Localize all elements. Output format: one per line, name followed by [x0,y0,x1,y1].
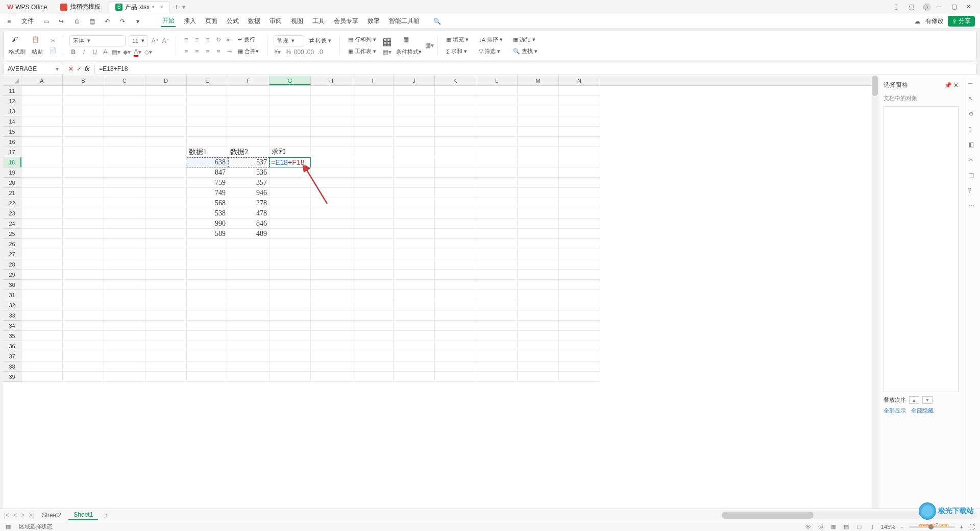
cell-L24[interactable] [476,219,518,229]
row-39[interactable]: 39 [3,372,21,382]
cell-H14[interactable] [311,116,352,127]
cell-E23[interactable]: 538 [187,208,228,219]
cell-F11[interactable] [228,86,270,96]
cell-J36[interactable] [394,341,435,351]
menu-review[interactable]: 审阅 [268,16,283,27]
cell-M28[interactable] [518,259,559,270]
cell-G21[interactable] [270,188,311,198]
cell-C14[interactable] [104,116,145,127]
cell-K25[interactable] [435,229,476,239]
cell-A14[interactable] [21,116,63,127]
cell-H23[interactable] [311,208,352,219]
row-17[interactable]: 17 [3,147,21,157]
cell-I38[interactable] [352,361,394,372]
vertical-scrollbar[interactable] [872,76,878,509]
dec-dec-icon[interactable]: .0 [316,49,324,56]
col-B[interactable]: B [63,76,104,85]
cell-J16[interactable] [394,137,435,147]
cell-M16[interactable] [518,137,559,147]
row-38[interactable]: 38 [3,361,21,372]
cell-D26[interactable] [145,239,187,249]
cell-J26[interactable] [394,239,435,249]
cell-A22[interactable] [21,198,63,208]
cell-F30[interactable] [228,280,270,290]
cell-H19[interactable] [311,167,352,178]
cell-D25[interactable] [145,229,187,239]
cell-D31[interactable] [145,290,187,300]
cell-H26[interactable] [311,239,352,249]
cell-L12[interactable] [476,96,518,106]
align-middle-icon[interactable]: ≡ [193,36,201,43]
cell-I39[interactable] [352,372,394,382]
cell-I17[interactable] [352,147,394,157]
cell-B20[interactable] [63,178,104,188]
cut-icon[interactable]: ✂ [49,37,57,44]
cell-I26[interactable] [352,239,394,249]
cell-G25[interactable] [270,229,311,239]
cell-B25[interactable] [63,229,104,239]
cell-J15[interactable] [394,127,435,137]
cell-G17[interactable]: 求和 [270,147,311,157]
cell-C23[interactable] [104,208,145,219]
cell-M25[interactable] [518,229,559,239]
sort-up-icon[interactable]: ▴ [909,396,919,404]
cell-I22[interactable] [352,198,394,208]
menu-start[interactable]: 开始 [161,15,176,27]
cell-H34[interactable] [311,321,352,331]
cell-C24[interactable] [104,219,145,229]
cell-M17[interactable] [518,147,559,157]
cell-G22[interactable] [270,198,311,208]
cell-M20[interactable] [518,178,559,188]
cell-I30[interactable] [352,280,394,290]
border-icon[interactable]: ▦▾ [112,49,120,56]
cell-M15[interactable] [518,127,559,137]
cell-M34[interactable] [518,321,559,331]
cell-K16[interactable] [435,137,476,147]
col-D[interactable]: D [145,76,187,85]
cell-B19[interactable] [63,167,104,178]
decrease-font-icon[interactable]: A⁻ [162,37,169,44]
col-L[interactable]: L [476,76,518,85]
row-16[interactable]: 16 [3,137,21,147]
cell-F39[interactable] [228,372,270,382]
cell-F33[interactable] [228,310,270,321]
cell-K17[interactable] [435,147,476,157]
cell-L29[interactable] [476,270,518,280]
cell-I31[interactable] [352,290,394,300]
cell-K37[interactable] [435,351,476,361]
cell-J11[interactable] [394,86,435,96]
cell-E16[interactable] [187,137,228,147]
cell-N30[interactable] [559,280,600,290]
currency-icon[interactable]: ¥▾ [274,49,281,56]
cell-L33[interactable] [476,310,518,321]
cell-E14[interactable] [187,116,228,127]
cell-D34[interactable] [145,321,187,331]
undo-icon[interactable]: ↶ [103,17,111,26]
cell-F25[interactable]: 489 [228,229,270,239]
cell-D22[interactable] [145,198,187,208]
cell-I14[interactable] [352,116,394,127]
select-all-corner[interactable]: ◢ [3,76,21,85]
find-button[interactable]: 🔍查找▾ [511,46,540,56]
cell-A38[interactable] [21,361,63,372]
row-33[interactable]: 33 [3,310,21,321]
indent-inc-icon[interactable]: ⇥ [225,47,233,55]
cell-N39[interactable] [559,372,600,382]
cell-G14[interactable] [270,116,311,127]
cell-G35[interactable] [270,331,311,341]
cell-B26[interactable] [63,239,104,249]
cell-F23[interactable]: 478 [228,208,270,219]
cell-B13[interactable] [63,106,104,116]
cell-F21[interactable]: 946 [228,188,270,198]
cell-J25[interactable] [394,229,435,239]
align-left-icon[interactable]: ≡ [182,47,190,55]
cell-E27[interactable] [187,249,228,259]
cell-K32[interactable] [435,300,476,310]
cell-I21[interactable] [352,188,394,198]
cell-H12[interactable] [311,96,352,106]
cell-M37[interactable] [518,351,559,361]
cell-N18[interactable] [559,157,600,167]
cell-B22[interactable] [63,198,104,208]
cell-I27[interactable] [352,249,394,259]
rowcol-button[interactable]: ▤行和列▾ [346,35,378,44]
